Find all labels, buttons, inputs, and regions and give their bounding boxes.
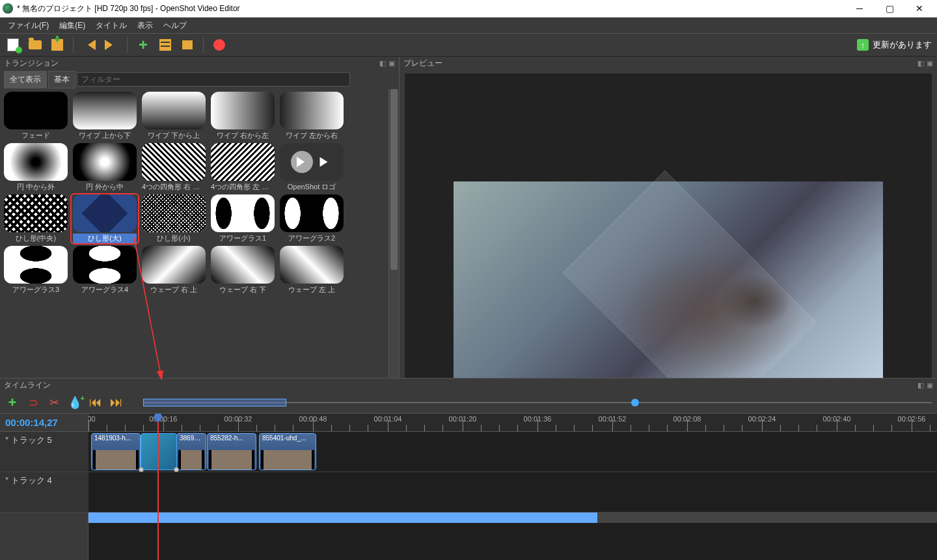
transition-thumb [142,143,206,181]
transition-item[interactable]: OpenShot ロゴ [278,143,345,192]
transition-label: ひし形(大) [73,233,137,243]
transition-thumb [280,194,344,232]
transition-item[interactable]: 4つの四角形 右 バー [141,143,207,192]
track-content[interactable] [88,472,937,513]
track-label[interactable]: トラック 4 [0,472,88,513]
open-project-button[interactable] [27,37,43,53]
add-marker-button[interactable]: 💧 [68,395,82,410]
transition-item[interactable]: フェード [3,92,69,140]
timeline-toolbar: + ⊃ ✂ 💧 ⏮ ⏭ [0,392,937,414]
transition-item[interactable]: ワイプ 左から右 [278,92,345,140]
undo-button[interactable] [81,37,97,53]
transition-item[interactable]: ひし形(小) [141,194,207,243]
save-project-button[interactable] [49,37,65,53]
window-title: * 無名のプロジェクト [HD 720p 30 fps] - OpenShot … [17,3,850,14]
preview-panel-title: プレビュー [403,58,442,69]
transition-thumb [142,246,206,284]
timeline-panel-title: タイムライン [4,380,51,391]
clip-title: 1481903-h... [92,434,140,442]
timeline-zoom-slider[interactable] [143,397,932,408]
transition-item[interactable]: ひし形(大) [72,194,138,243]
transition-item[interactable]: アワーグラス1 [210,194,276,243]
clip[interactable]: 1481903-h... [91,433,141,470]
transition-item[interactable]: アワーグラス4 [72,246,138,295]
timeline-horizontal-scrollbar[interactable] [88,513,937,523]
track-label[interactable]: トラック 5 [0,432,88,472]
transition-item[interactable]: 円 外から中 [72,143,138,192]
transition-thumb [211,246,275,284]
transition-item[interactable]: ワイプ 上から下 [72,92,138,140]
transition-thumb [211,92,275,129]
transition-thumb [142,92,206,129]
fullscreen-button[interactable] [180,37,195,53]
update-icon: ↑ [857,39,869,51]
prev-marker-button[interactable]: ⏮ [88,395,103,410]
transition-label: 円 中から外 [4,182,68,192]
transition-item[interactable]: ワイプ 右から左 [210,92,276,140]
close-button[interactable]: ✕ [910,2,929,15]
timeline-panel-header: タイムライン ◧ ▣ [0,379,937,392]
transition-label: OpenShot ロゴ [280,182,344,192]
transition-label: ワイプ 右から左 [211,131,275,140]
transition-item[interactable]: 4つの四角形 左 バー [210,143,276,192]
transition-item[interactable]: ウェーブ 右 上 [141,246,207,295]
clip-title: 386910... [177,434,206,442]
transition-label: ひし形(中央) [4,233,68,243]
update-notice[interactable]: ↑ 更新があります [857,39,932,51]
transition-item[interactable]: ワイプ 下から上 [141,92,207,140]
transition-item[interactable]: アワーグラス2 [278,194,345,243]
menu-view[interactable]: 表示 [132,18,158,33]
redo-button[interactable] [103,37,119,53]
preview-panel-header: プレビュー ◧ ▣ [400,57,937,70]
transition-thumb [211,194,275,232]
transition-thumb [4,143,68,181]
menu-title[interactable]: タイトル [90,18,132,33]
transition-thumb [280,143,344,181]
transition-thumb [280,92,344,129]
clip[interactable]: 855401-uhd_... [259,433,316,470]
transition-item[interactable]: ウェーブ 左 上 [278,246,345,295]
clip-title: 855401-uhd_... [260,434,316,442]
timeline-close-icon[interactable]: ▣ [927,381,933,390]
preview-close-icon[interactable]: ▣ [927,59,933,68]
add-track-button[interactable]: + [5,395,20,410]
filter-basic[interactable]: 基本 [48,71,75,88]
razor-button[interactable]: ✂ [47,395,61,410]
next-marker-button[interactable]: ⏭ [109,395,124,410]
minimize-button[interactable]: ─ [850,2,869,15]
transition-thumb [280,246,344,284]
transition-item[interactable]: ウェーブ 右 下 [210,246,276,295]
transition-item[interactable]: アワーグラス3 [3,246,69,295]
menu-help[interactable]: ヘルプ [158,18,192,33]
panel-close-icon[interactable]: ▣ [388,59,395,68]
preview-dock-icon[interactable]: ◧ [917,59,924,68]
transition-label: ワイプ 上から下 [73,131,137,140]
transition-item[interactable]: 円 中から外 [3,143,69,192]
transition-thumb [73,143,137,181]
transitions-panel-title: トランジション [4,58,59,69]
menu-file[interactable]: ファイル(F) [3,18,54,33]
transition-thumb [4,194,68,232]
window-titlebar: * 無名のプロジェクト [HD 720p 30 fps] - OpenShot … [0,0,937,18]
panel-dock-icon[interactable]: ◧ [379,59,386,68]
menu-edit[interactable]: 編集(E) [54,18,90,33]
timeline-ruler[interactable]: 0:0000:00:1600:00:3200:00:4800:01:0400:0… [88,414,937,432]
import-files-button[interactable]: + [135,37,151,53]
new-project-button[interactable] [5,37,21,53]
filter-input[interactable] [77,72,350,87]
clip[interactable]: 386910... [176,433,206,470]
profile-button[interactable] [157,37,173,53]
export-button[interactable] [211,37,227,53]
playhead[interactable] [157,414,159,560]
timeline-dock-icon[interactable]: ◧ [917,381,924,390]
transition-clip[interactable] [141,433,177,470]
transition-item[interactable]: ひし形(中央) [3,194,69,243]
transition-thumb [4,246,68,284]
transition-label: アワーグラス3 [4,285,68,295]
clip[interactable]: 855282-h... [207,433,256,470]
track-content[interactable]: 1481903-h...386910...855282-h...855401-u… [88,432,937,472]
transition-label: アワーグラス4 [73,285,137,295]
snap-button[interactable]: ⊃ [26,395,40,410]
maximize-button[interactable]: ▢ [880,2,899,15]
filter-show-all[interactable]: 全て表示 [4,71,47,88]
